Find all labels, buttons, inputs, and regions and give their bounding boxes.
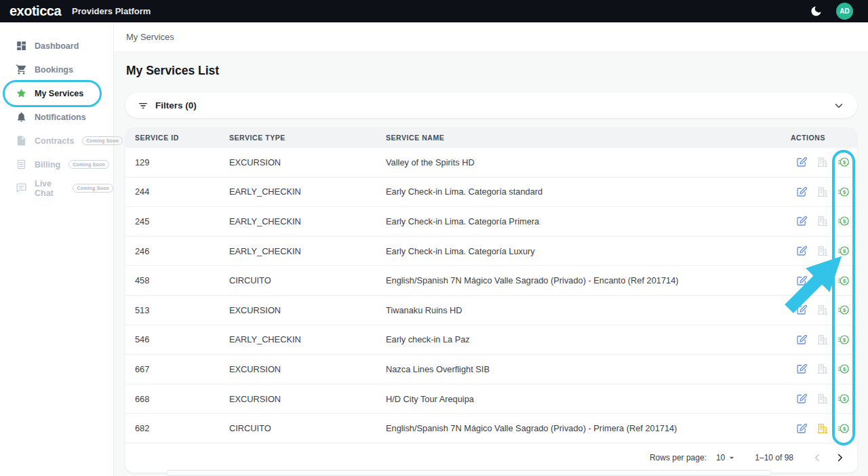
cell-service-name: Tiwanaku Ruins HD — [386, 305, 795, 315]
pagination-range: 1–10 of 98 — [755, 453, 793, 462]
coming-soon-badge: Coming Soon — [68, 160, 109, 169]
sidebar-item-notifications[interactable]: Notifications — [0, 105, 113, 129]
sidebar-item-live-chat: Live Chat Coming Soon — [0, 176, 113, 200]
table-row: 246 EARLY_CHECKIN Early Check-in Lima. C… — [125, 237, 857, 266]
edit-icon[interactable] — [795, 334, 808, 346]
cell-service-id: 513 — [125, 305, 229, 315]
chevron-down-icon[interactable] — [833, 100, 845, 112]
row-actions — [795, 422, 857, 435]
hotel-building-icon[interactable] — [816, 393, 829, 405]
sidebar: Dashboard Bookings My Services Notificat… — [0, 22, 114, 476]
prices-dollar-icon[interactable] — [837, 393, 850, 405]
star-icon — [16, 87, 27, 99]
sidebar-item-contracts: Contracts Coming Soon — [0, 129, 113, 153]
edit-icon[interactable] — [795, 393, 808, 405]
exoticca-logo[interactable]: exoticca — [9, 3, 61, 19]
edit-icon[interactable] — [795, 245, 808, 257]
cell-service-type: EXCURSION — [229, 305, 386, 315]
hotel-building-icon[interactable] — [816, 156, 829, 168]
table-row: 513 EXCURSION Tiwanaku Ruins HD — [125, 296, 857, 325]
sidebar-item-label: Billing — [35, 160, 60, 170]
edit-icon[interactable] — [795, 215, 808, 227]
edit-icon[interactable] — [795, 275, 808, 287]
services-table-card: SERVICE ID SERVICE TYPE SERVICE NAME ACT… — [125, 127, 857, 473]
hotel-building-icon[interactable] — [816, 422, 829, 435]
column-header-service-type: SERVICE TYPE — [229, 134, 386, 142]
cell-service-type: EXCURSION — [229, 157, 386, 167]
cell-service-name: Valley of the Spirits HD — [386, 157, 795, 167]
filter-lines-icon — [138, 100, 149, 111]
previous-page-icon[interactable] — [811, 452, 823, 464]
cell-service-type: EARLY_CHECKIN — [229, 334, 386, 344]
table-header-row: SERVICE ID SERVICE TYPE SERVICE NAME ACT… — [125, 127, 857, 148]
coming-soon-badge: Coming Soon — [73, 184, 113, 193]
prices-dollar-icon[interactable] — [837, 363, 850, 375]
sidebar-item-dashboard[interactable]: Dashboard — [0, 34, 113, 58]
edit-icon[interactable] — [795, 156, 808, 168]
chat-icon — [16, 182, 27, 194]
cell-service-type: EXCURSION — [229, 364, 386, 374]
hotel-building-icon[interactable] — [816, 186, 829, 198]
edit-icon[interactable] — [795, 186, 808, 198]
sidebar-item-my-services[interactable]: My Services — [0, 81, 113, 105]
row-actions — [795, 334, 857, 346]
table-row: 245 EARLY_CHECKIN Early Check-in Lima. C… — [125, 207, 857, 237]
app-title: Providers Platform — [72, 6, 151, 16]
avatar[interactable]: AD — [836, 3, 853, 20]
cell-service-type: EARLY_CHECKIN — [229, 246, 386, 256]
cell-service-id: 245 — [125, 216, 229, 226]
document-icon — [16, 135, 27, 146]
edit-icon[interactable] — [795, 304, 808, 316]
prices-dollar-icon[interactable] — [837, 245, 850, 257]
hotel-building-icon[interactable] — [816, 215, 829, 227]
prices-dollar-icon[interactable] — [837, 186, 850, 198]
cell-service-type: CIRCUITO — [229, 423, 386, 433]
sidebar-item-label: Notifications — [35, 113, 86, 122]
prices-dollar-icon[interactable] — [837, 304, 850, 316]
next-page-icon[interactable] — [834, 452, 846, 464]
bell-icon — [16, 111, 27, 123]
table-row: 458 CIRCUITO English/Spanish 7N Mágico V… — [125, 266, 857, 296]
sidebar-item-label: Contracts — [35, 136, 74, 146]
prices-dollar-icon[interactable] — [837, 156, 850, 168]
cell-service-name: English/Spanish 7N Mágico Valle Sagrado … — [386, 275, 795, 285]
horizontal-scrollbar[interactable] — [166, 470, 772, 476]
receipt-icon — [16, 159, 27, 170]
edit-icon[interactable] — [795, 363, 808, 375]
rows-per-page-select[interactable]: 10 — [716, 452, 737, 463]
prices-dollar-icon[interactable] — [837, 334, 850, 346]
row-actions — [795, 393, 857, 405]
cell-service-name: Nazca Lines Overflight SIB — [386, 364, 795, 374]
breadcrumb[interactable]: My Services — [126, 32, 174, 42]
hotel-building-icon[interactable] — [816, 304, 829, 316]
main-content: My Services List Filters (0) SERVICE ID … — [114, 52, 868, 476]
table-row: 667 EXCURSION Nazca Lines Overflight SIB — [125, 355, 857, 384]
pagination-bar: Rows per page: 10 1–10 of 98 — [125, 443, 857, 473]
caret-down-icon — [726, 452, 737, 463]
prices-dollar-icon[interactable] — [837, 422, 850, 435]
edit-icon[interactable] — [795, 422, 808, 435]
cell-service-name: H/D City Tour Arequipa — [386, 394, 795, 404]
rows-per-page-value: 10 — [716, 453, 725, 462]
row-actions — [795, 275, 857, 287]
cell-service-id: 546 — [125, 334, 229, 344]
cell-service-id: 668 — [125, 394, 229, 404]
dashboard-icon — [16, 40, 27, 52]
prices-dollar-icon[interactable] — [837, 215, 850, 227]
hotel-building-icon[interactable] — [816, 275, 829, 287]
filters-accordion[interactable]: Filters (0) — [125, 93, 857, 118]
prices-dollar-icon[interactable] — [837, 275, 850, 287]
sidebar-item-label: Live Chat — [35, 179, 64, 198]
dark-mode-toggle-icon[interactable] — [810, 5, 823, 18]
cell-service-name: Early check-in La Paz — [386, 334, 795, 344]
cell-service-id: 246 — [125, 246, 229, 256]
sidebar-item-bookings[interactable]: Bookings — [0, 58, 113, 81]
sidebar-item-label: Dashboard — [35, 41, 79, 51]
hotel-building-icon[interactable] — [816, 334, 829, 346]
hotel-building-icon[interactable] — [816, 245, 829, 257]
cell-service-name: English/Spanish 7N Mágico Valle Sagrado … — [386, 423, 795, 433]
rows-per-page-label: Rows per page: — [650, 453, 707, 462]
hotel-building-icon[interactable] — [816, 363, 829, 375]
column-header-actions: ACTIONS — [791, 134, 857, 142]
row-actions — [795, 215, 857, 227]
